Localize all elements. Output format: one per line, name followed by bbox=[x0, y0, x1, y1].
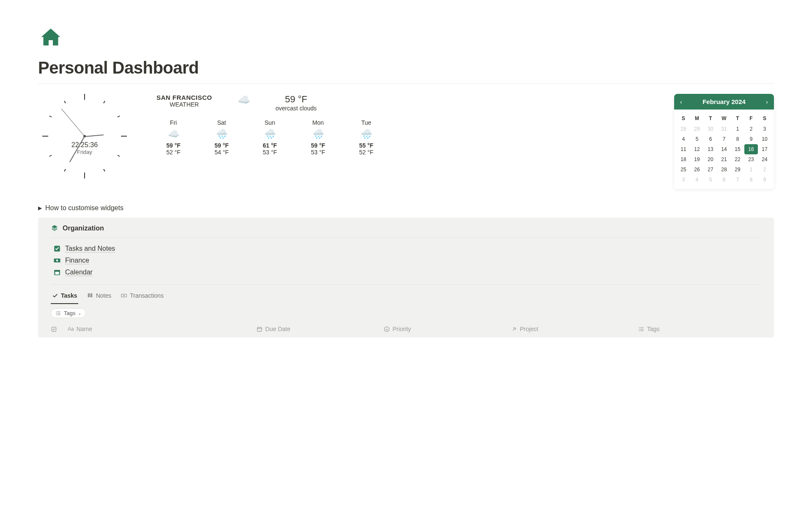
calendar-day[interactable]: 9 bbox=[758, 175, 771, 185]
svg-point-2 bbox=[56, 260, 58, 262]
checkbox-icon bbox=[51, 326, 57, 332]
calendar-day[interactable]: 26 bbox=[690, 164, 704, 175]
calendar-day[interactable]: 24 bbox=[758, 154, 771, 164]
title-divider bbox=[38, 83, 774, 84]
svg-point-10 bbox=[56, 314, 57, 315]
calendar-day[interactable]: 15 bbox=[731, 144, 744, 154]
link-calendar[interactable]: Calendar bbox=[53, 266, 759, 278]
clock-widget: 22:25:36 Friday bbox=[38, 94, 131, 178]
widgets-row: 22:25:36 Friday SAN FRANCISCO WEATHER ☁️… bbox=[38, 94, 774, 189]
customize-widgets-toggle[interactable]: ▶ How to customise widgets bbox=[38, 204, 774, 212]
calendar-day[interactable]: 2 bbox=[744, 124, 758, 134]
column-project[interactable]: Project bbox=[511, 326, 634, 332]
calendar-day[interactable]: 29 bbox=[731, 164, 744, 175]
weather-widget: SAN FRANCISCO WEATHER ☁️ 59 °F overcast … bbox=[148, 94, 657, 156]
chevron-down-icon: ⌄ bbox=[78, 311, 81, 315]
column-name[interactable]: Aa Name bbox=[68, 326, 252, 332]
calendar-day[interactable]: 4 bbox=[677, 134, 690, 144]
weather-now-temp: 59 °F bbox=[276, 94, 317, 105]
weather-label: WEATHER bbox=[156, 101, 212, 108]
view-tabs: Tasks Notes Transactions bbox=[51, 285, 761, 304]
calendar-day[interactable]: 28 bbox=[677, 124, 690, 134]
weather-now-desc: overcast clouds bbox=[276, 105, 317, 112]
calendar-day[interactable]: 3 bbox=[758, 124, 771, 134]
calendar-day[interactable]: 6 bbox=[704, 134, 717, 144]
organization-title: Organization bbox=[63, 225, 104, 232]
calendar-day[interactable]: 17 bbox=[758, 144, 771, 154]
svg-rect-4 bbox=[54, 270, 60, 271]
tab-notes[interactable]: Notes bbox=[86, 290, 112, 304]
calendar-day[interactable]: 28 bbox=[717, 164, 731, 175]
column-tags[interactable]: Tags bbox=[638, 326, 761, 332]
svg-point-7 bbox=[123, 295, 125, 296]
calendar-day[interactable]: 29 bbox=[690, 124, 704, 134]
calendar-day[interactable]: 12 bbox=[690, 144, 704, 154]
organization-block: Organization Tasks and Notes Finance Cal… bbox=[38, 218, 774, 337]
weather-city: SAN FRANCISCO bbox=[156, 94, 212, 101]
forecast-day: Fri ☁️ 59 °F 52 °F bbox=[156, 119, 190, 156]
column-due-date[interactable]: Due Date bbox=[256, 326, 379, 332]
analog-clock: 22:25:36 Friday bbox=[42, 94, 127, 178]
svg-point-13 bbox=[384, 326, 389, 331]
text-icon: Aa bbox=[68, 326, 74, 332]
money-icon bbox=[53, 257, 61, 264]
calendar-day[interactable]: 13 bbox=[704, 144, 717, 154]
second-hand bbox=[61, 109, 85, 137]
column-priority[interactable]: Priority bbox=[384, 326, 507, 332]
page-title: Personal Dashboard bbox=[38, 58, 774, 77]
clock-time: 22:25:36 bbox=[71, 141, 98, 149]
page-icon[interactable] bbox=[38, 25, 774, 51]
calendar-day-today[interactable]: 16 bbox=[744, 144, 758, 154]
column-checkbox[interactable] bbox=[51, 326, 63, 332]
cloud-icon: ☁️ bbox=[238, 94, 250, 106]
checkbox-icon bbox=[53, 245, 61, 252]
calendar-prev-button[interactable]: ‹ bbox=[680, 99, 682, 105]
calendar-day[interactable]: 5 bbox=[704, 175, 717, 185]
svg-point-14 bbox=[639, 327, 640, 328]
link-tasks-and-notes[interactable]: Tasks and Notes bbox=[53, 243, 759, 255]
link-finance[interactable]: Finance bbox=[53, 255, 759, 266]
calendar-day[interactable]: 14 bbox=[717, 144, 731, 154]
calendar-day[interactable]: 4 bbox=[690, 175, 704, 185]
svg-point-15 bbox=[639, 329, 640, 329]
forecast-row: Fri ☁️ 59 °F 52 °F Sat 🌧️ 59 °F 54 °F Su… bbox=[156, 119, 649, 156]
calendar-day[interactable]: 5 bbox=[690, 134, 704, 144]
calendar-day[interactable]: 27 bbox=[704, 164, 717, 175]
rain-cloud-icon: 🌧️ bbox=[205, 129, 239, 140]
cloud-icon: ☁️ bbox=[156, 129, 190, 140]
calendar-day[interactable]: 9 bbox=[744, 134, 758, 144]
arrow-up-right-icon bbox=[511, 326, 517, 332]
tab-transactions[interactable]: Transactions bbox=[120, 290, 165, 304]
calendar-day[interactable]: 18 bbox=[677, 154, 690, 164]
tab-tasks[interactable]: Tasks bbox=[51, 290, 78, 304]
list-icon bbox=[638, 326, 645, 332]
calendar-day[interactable]: 2 bbox=[758, 164, 771, 175]
calendar-day[interactable]: 8 bbox=[731, 134, 744, 144]
calendar-day[interactable]: 21 bbox=[717, 154, 731, 164]
calendar-day[interactable]: 1 bbox=[731, 124, 744, 134]
calendar-day[interactable]: 19 bbox=[690, 154, 704, 164]
calendar-day[interactable]: 7 bbox=[717, 134, 731, 144]
calendar-day[interactable]: 6 bbox=[717, 175, 731, 185]
calendar-day[interactable]: 23 bbox=[744, 154, 758, 164]
calendar-day[interactable]: 25 bbox=[677, 164, 690, 175]
calendar-day[interactable]: 8 bbox=[744, 175, 758, 185]
calendar-grid: S M T W T F S 28 29 30 31 1 2 3 4 5 6 7 … bbox=[674, 110, 774, 189]
customize-widgets-label: How to customise widgets bbox=[45, 204, 123, 212]
svg-rect-5 bbox=[55, 272, 59, 275]
layers-icon bbox=[51, 225, 58, 232]
calendar-day[interactable]: 31 bbox=[717, 124, 731, 134]
calendar-next-button[interactable]: › bbox=[766, 99, 768, 105]
calendar-day[interactable]: 7 bbox=[731, 175, 744, 185]
calendar-day[interactable]: 3 bbox=[677, 175, 690, 185]
calendar-day[interactable]: 1 bbox=[744, 164, 758, 175]
calendar-widget: ‹ February 2024 › S M T W T F S 28 29 30… bbox=[674, 94, 774, 189]
calendar-day[interactable]: 30 bbox=[704, 124, 717, 134]
tags-filter-chip[interactable]: Tags ⌄ bbox=[51, 308, 86, 318]
calendar-icon bbox=[256, 326, 263, 332]
book-icon bbox=[87, 292, 93, 299]
calendar-day[interactable]: 22 bbox=[731, 154, 744, 164]
calendar-day[interactable]: 20 bbox=[704, 154, 717, 164]
calendar-day[interactable]: 10 bbox=[758, 134, 771, 144]
calendar-day[interactable]: 11 bbox=[677, 144, 690, 154]
